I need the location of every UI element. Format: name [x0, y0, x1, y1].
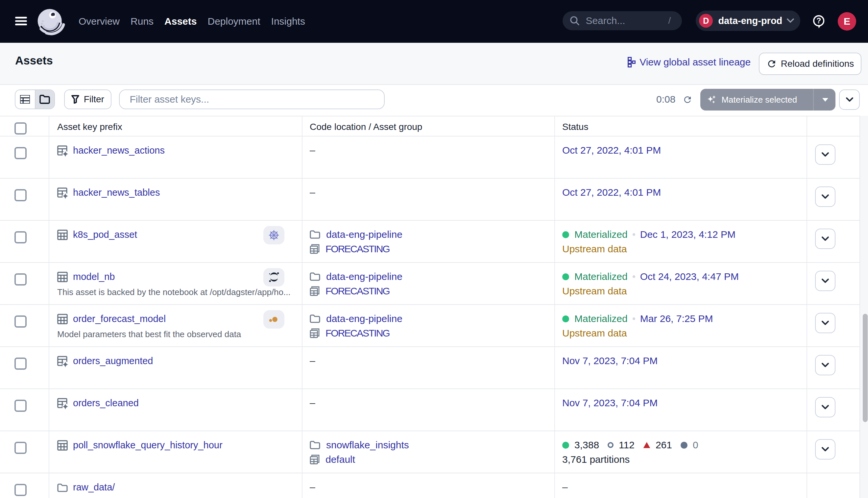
- svg-text:?: ?: [816, 16, 821, 25]
